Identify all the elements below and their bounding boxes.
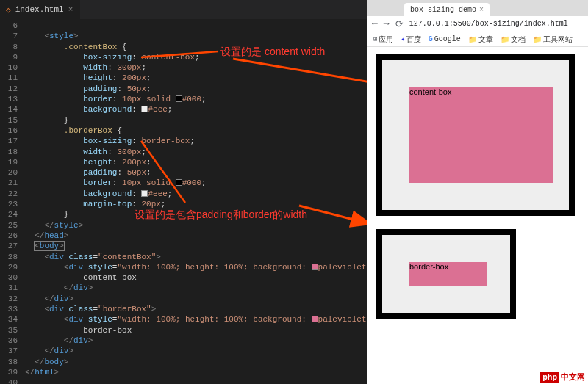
- folder-icon: [468, 35, 477, 44]
- html-file-icon: [6, 5, 11, 15]
- code-line: .contentBox {: [25, 43, 127, 51]
- folder-icon: [501, 35, 509, 44]
- code-line: </head>: [25, 231, 68, 240]
- code-line: box-sizing: content-box;: [25, 53, 200, 62]
- address-bar[interactable]: 127.0.0.1:5500/box-sizing/index.html: [409, 20, 584, 28]
- code-line: .borderBox {: [25, 126, 122, 135]
- code-line: <div class="contentBox">: [25, 253, 161, 261]
- swatch-palevioletred-icon: [312, 264, 318, 270]
- code-line: width: 300px;: [25, 63, 146, 72]
- swatch-black-icon: [176, 179, 182, 186]
- google-icon: [429, 35, 433, 43]
- code-line: background: #eee;: [25, 189, 172, 198]
- code-line: }: [25, 116, 68, 125]
- preview-content-box-inner: content-box: [409, 87, 553, 183]
- apps-icon: [373, 35, 377, 43]
- code-line: border: 10px solid #000;: [25, 95, 207, 104]
- swatch-palevioletred-icon: [312, 316, 318, 322]
- code-line: <body>: [25, 242, 64, 250]
- watermark-logo: php: [540, 372, 559, 383]
- close-icon[interactable]: ×: [68, 5, 74, 14]
- code-line: width: 300px;: [25, 148, 146, 156]
- code-line: padding: 50px;: [25, 84, 151, 93]
- code-line: <div class="borderBox">: [25, 305, 156, 314]
- annotation-border-box-width: 设置的是包含padding和border的width: [135, 209, 307, 222]
- browser-tab-strip: box-sizing-demo ×: [368, 0, 588, 16]
- tab-filename: index.html: [15, 5, 64, 14]
- code-line: border-box: [25, 326, 132, 335]
- code-line: <div style="width: 100%; height: 100%; b…: [25, 315, 391, 324]
- watermark: php中文网: [540, 372, 585, 383]
- bookmark-folder-tools[interactable]: 工具网站: [533, 35, 573, 45]
- code-line: </body>: [25, 358, 68, 366]
- annotation-content-width: 设置的是 content width: [220, 46, 325, 59]
- forward-icon[interactable]: →: [384, 18, 390, 29]
- code-line: border: 10px solid #000;: [25, 178, 207, 187]
- browser-tab[interactable]: box-sizing-demo ×: [404, 3, 490, 16]
- code-line: <div style="width: 100%; height: 100%; b…: [25, 263, 391, 272]
- code-line: </div>: [25, 294, 74, 303]
- code-line: }: [25, 210, 68, 219]
- bookmark-apps[interactable]: 应用: [373, 35, 393, 45]
- code-line: </style>: [25, 221, 83, 230]
- browser-nav-row: ← → ⟳ 127.0.0.1:5500/box-sizing/index.ht…: [368, 16, 588, 32]
- code-line: height: 200px;: [25, 158, 151, 167]
- folder-icon: [533, 35, 542, 44]
- preview-border-box-inner: border-box: [409, 262, 487, 286]
- preview-content-box: content-box: [376, 54, 575, 216]
- code-line: <style>: [25, 32, 79, 40]
- code-line: </div>: [25, 347, 74, 355]
- bookmark-baidu[interactable]: 百度: [401, 35, 420, 45]
- back-icon[interactable]: ←: [372, 18, 378, 29]
- line-number-gutter: 6789101112131415161718192021222324252627…: [0, 19, 22, 384]
- browser-viewport: content-box border-box: [368, 47, 588, 384]
- code-line: background: #eee;: [25, 105, 172, 114]
- bookmark-google[interactable]: Google: [429, 35, 461, 43]
- bookmarks-bar: 应用 百度 Google 文章 文档 工具网站: [368, 32, 588, 47]
- code-line: content-box: [25, 273, 137, 282]
- editor-tab-indexhtml[interactable]: index.html ×: [0, 0, 80, 19]
- code-line: height: 200px;: [25, 73, 151, 82]
- code-line: margin-top: 20px;: [25, 200, 165, 209]
- close-tab-icon[interactable]: ×: [479, 6, 484, 14]
- code-line: </html>: [25, 368, 59, 377]
- preview-border-box: border-box: [376, 229, 516, 319]
- bookmark-folder-docs[interactable]: 文档: [501, 35, 526, 45]
- browser-tab-title: box-sizing-demo: [410, 6, 476, 14]
- baidu-icon: [401, 35, 404, 43]
- browser-pane: box-sizing-demo × ← → ⟳ 127.0.0.1:5500/b…: [368, 0, 588, 384]
- swatch-black-icon: [176, 95, 182, 102]
- reload-icon[interactable]: ⟳: [395, 18, 404, 30]
- code-line: padding: 50px;: [25, 168, 151, 177]
- code-area[interactable]: <style> .contentBox { box-sizing: conten…: [25, 19, 391, 384]
- bookmark-folder-articles[interactable]: 文章: [468, 35, 493, 45]
- editor-tabbar: index.html ×: [0, 0, 368, 19]
- code-line: </div>: [25, 336, 93, 345]
- code-line: </div>: [25, 283, 93, 292]
- code-line: box-sizing: border-box;: [25, 137, 195, 145]
- watermark-text: 中文网: [561, 373, 585, 382]
